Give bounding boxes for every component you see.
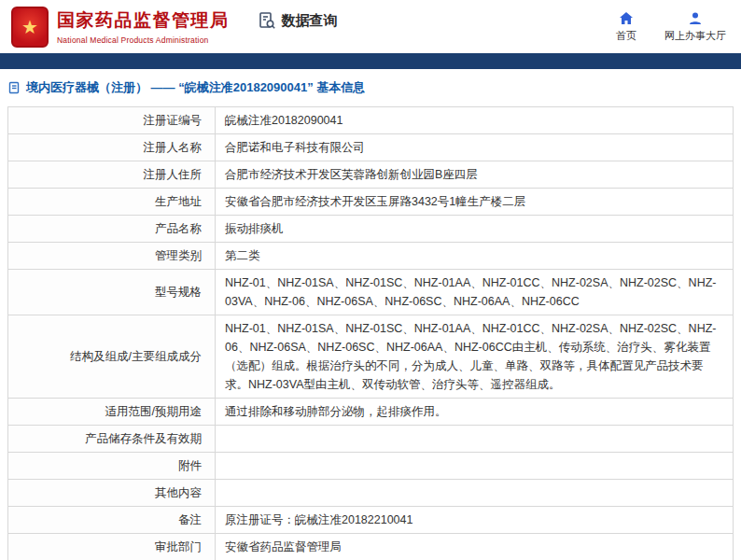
home-icon [619,11,634,26]
nav-home[interactable]: 首页 [616,11,636,43]
data-query-icon [258,11,276,30]
nav-home-label: 首页 [616,29,636,43]
table-row: 其他内容 [8,480,734,507]
info-table: 注册证编号 皖械注准20182090041 注册人名称 合肥诺和电子科技有限公司… [7,106,734,560]
table-row: 型号规格 NHZ-01、NHZ-01SA、NHZ-01SC、NHZ-01AA、N… [8,270,734,315]
document-icon [7,81,21,94]
row-label: 产品储存条件及有效期 [8,426,216,453]
table-row: 注册人住所 合肥市经济技术开发区芙蓉路创新创业园B座四层 [8,161,734,189]
row-value: NHZ-01、NHZ-01SA、NHZ-01SC、NHZ-01AA、NHZ-01… [216,315,734,399]
table-row: 产品储存条件及有效期 [8,426,734,453]
row-value [216,426,734,453]
org-name-en: National Medical Products Administration [57,35,230,45]
national-emblem-logo: ★ [11,7,49,48]
row-value: 安徽省合肥市经济技术开发区玉屏路3432号1幢生产楼二层 [216,189,734,216]
org-name-cn: 国家药品监督管理局 [57,8,230,33]
header: ★ 国家药品监督管理局 National Medical Products Ad… [0,0,741,53]
brand-text: 国家药品监督管理局 National Medical Products Admi… [57,8,230,45]
row-label: 管理类别 [8,243,216,270]
row-value: 合肥市经济技术开发区芙蓉路创新创业园B座四层 [216,161,734,189]
row-value: NHZ-01、NHZ-01SA、NHZ-01SC、NHZ-01AA、NHZ-01… [216,270,734,315]
row-label: 生产地址 [8,189,216,216]
row-label: 结构及组成/主要组成成分 [8,315,216,399]
row-value: 安徽省药品监督管理局 [216,534,734,560]
row-value: 通过排除和移动肺部分泌物，起排痰作用。 [216,399,734,426]
table-row: 备注 原注册证号：皖械注准20182210041 [8,507,734,534]
table-row: 注册证编号 皖械注准20182090041 [8,107,734,134]
row-label: 注册人名称 [8,134,216,161]
row-label: 附件 [8,453,216,480]
row-label: 其他内容 [8,480,216,507]
row-value: 原注册证号：皖械注准20182210041 [216,507,734,534]
row-value: 合肥诺和电子科技有限公司 [216,134,734,161]
table-row: 附件 [8,453,734,480]
table-row: 结构及组成/主要组成成分 NHZ-01、NHZ-01SA、NHZ-01SC、NH… [8,315,734,399]
nav-online-hall[interactable]: 网上办事大厅 [664,11,726,43]
row-label: 产品名称 [8,216,216,243]
top-nav: 首页 网上办事大厅 [616,11,726,43]
row-value: 第二类 [216,243,734,270]
breadcrumb-strip: 境内医疗器械（注册） —— “皖械注准20182090041” 基本信息 [0,69,741,105]
table-row: 审批部门 安徽省药品监督管理局 [8,534,734,560]
table-row: 注册人名称 合肥诺和电子科技有限公司 [8,134,734,161]
nav-bar [0,53,741,69]
breadcrumb: 境内医疗器械（注册） —— “皖械注准20182090041” 基本信息 [26,79,365,96]
nav-hall-label: 网上办事大厅 [664,29,726,43]
row-label: 注册人住所 [8,161,216,189]
data-query-section[interactable]: 数据查询 [258,11,338,30]
row-label: 备注 [8,507,216,534]
row-label: 注册证编号 [8,107,216,134]
data-query-label: 数据查询 [282,12,338,30]
row-value: 皖械注准20182090041 [216,107,734,134]
row-value: 振动排痰机 [216,216,734,243]
row-label: 型号规格 [8,270,216,315]
person-icon [688,11,703,26]
table-row: 管理类别 第二类 [8,243,734,270]
table-row: 生产地址 安徽省合肥市经济技术开发区玉屏路3432号1幢生产楼二层 [8,189,734,216]
row-value [216,453,734,480]
row-value [216,480,734,507]
table-row: 适用范围/预期用途 通过排除和移动肺部分泌物，起排痰作用。 [8,399,734,426]
table-row: 产品名称 振动排痰机 [8,216,734,243]
row-label: 审批部门 [8,534,216,560]
brand[interactable]: ★ 国家药品监督管理局 National Medical Products Ad… [11,7,230,48]
row-label: 适用范围/预期用途 [8,399,216,426]
